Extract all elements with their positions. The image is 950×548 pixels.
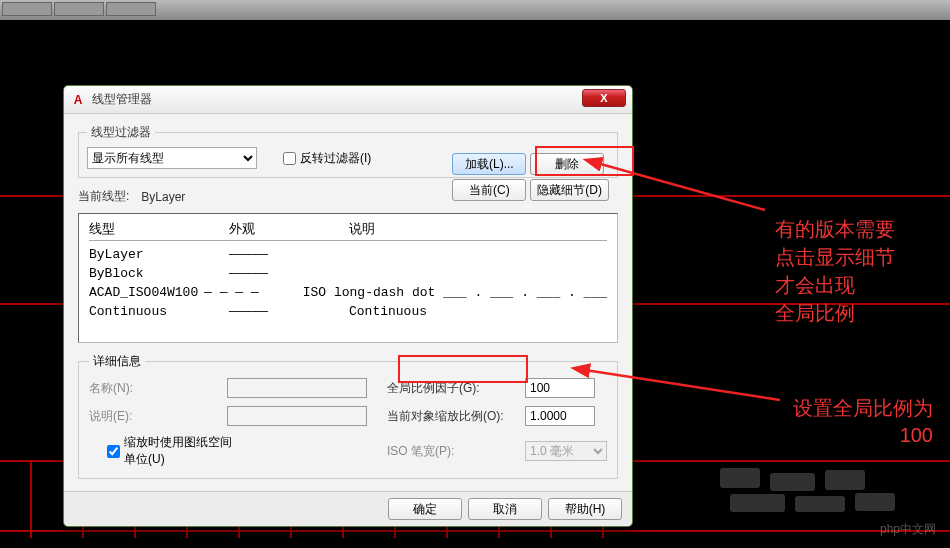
current-linetype-value: ByLayer [141, 190, 185, 204]
watermark: php中文网 [874, 519, 942, 540]
use-paperspace-checkbox-wrap[interactable]: 缩放时使用图纸空间单位(U) [107, 434, 237, 468]
use-paperspace-label: 缩放时使用图纸空间单位(U) [124, 434, 237, 468]
ok-button[interactable]: 确定 [388, 498, 462, 520]
name-label: 名称(N): [89, 380, 219, 397]
linetype-row: ByLayer————— [89, 245, 607, 264]
linetype-row: ByBlock————— [89, 264, 607, 283]
col-header-desc: 说明 [349, 220, 607, 238]
current-button[interactable]: 当前(C) [452, 179, 526, 201]
iso-pen-label: ISO 笔宽(P): [387, 443, 517, 460]
desc-input [227, 406, 367, 426]
invert-filter-label: 反转过滤器(I) [300, 150, 371, 167]
dialog-titlebar[interactable]: A 线型管理器 X [64, 86, 632, 114]
linetype-row: ACAD_ISO04W100— — — —ISO long-dash dot _… [89, 283, 607, 302]
load-button[interactable]: 加载(L)... [452, 153, 526, 175]
arrow-to-global-scale [570, 360, 790, 410]
top-toolbar-strip [0, 0, 950, 20]
details-group-label: 详细信息 [89, 353, 145, 370]
svg-line-0 [597, 163, 765, 210]
app-icon: A [70, 92, 86, 108]
arrow-to-hide-details [575, 155, 775, 225]
highlight-rect-global-scale [398, 355, 528, 383]
dialog-title: 线型管理器 [92, 91, 152, 108]
blur-overlay [720, 468, 900, 518]
col-header-appearance: 外观 [229, 220, 349, 238]
invert-filter-checkbox-wrap[interactable]: 反转过滤器(I) [283, 150, 371, 167]
svg-line-1 [585, 370, 780, 400]
filter-group-label: 线型过滤器 [87, 124, 155, 141]
help-button[interactable]: 帮助(H) [548, 498, 622, 520]
cancel-button[interactable]: 取消 [468, 498, 542, 520]
current-linetype-label: 当前线型: [78, 188, 129, 205]
use-paperspace-checkbox[interactable] [107, 445, 120, 458]
linetype-row: Continuous—————Continuous [89, 302, 607, 321]
iso-pen-select: 1.0 毫米 [525, 441, 607, 461]
annotation-1: 有的版本需要 点击显示细节 才会出现 全局比例 [775, 215, 895, 327]
invert-filter-checkbox[interactable] [283, 152, 296, 165]
linetype-filter-dropdown[interactable]: 显示所有线型 [87, 147, 257, 169]
col-header-name: 线型 [89, 220, 229, 238]
object-scale-label: 当前对象缩放比例(O): [387, 408, 517, 425]
name-input [227, 378, 367, 398]
desc-label: 说明(E): [89, 408, 219, 425]
linetype-list[interactable]: 线型 外观 说明 ByLayer————— ByBlock————— ACAD_… [78, 213, 618, 343]
close-icon[interactable]: X [582, 89, 626, 107]
annotation-2: 设置全局比例为 100 [768, 395, 933, 449]
